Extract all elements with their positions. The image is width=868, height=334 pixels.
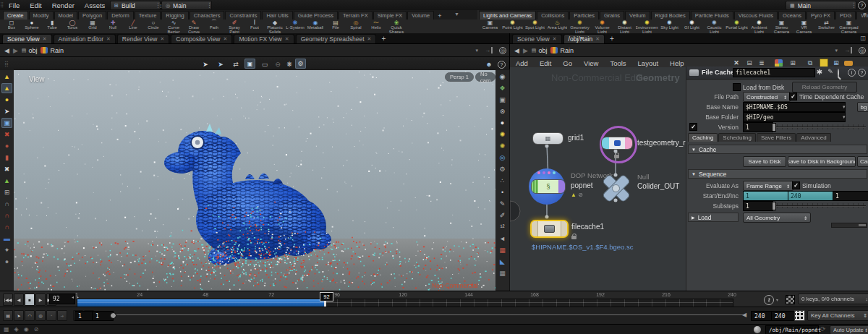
- net-menu-edit[interactable]: Edit: [534, 59, 557, 67]
- tools-wrench-icon[interactable]: ✕: [731, 59, 741, 67]
- menu-file[interactable]: File: [4, 0, 25, 10]
- close-tab-icon[interactable]: ✕: [285, 36, 289, 42]
- viewport-left-tool-icon-1[interactable]: ▲: [1, 72, 12, 82]
- persp-camera-pill[interactable]: Persp 1: [445, 72, 474, 82]
- network-dot-icon[interactable]: [844, 61, 853, 66]
- shelf-tool-spot-light[interactable]: ✺Spot Light: [524, 20, 546, 33]
- status-grid-icon[interactable]: ▦: [4, 326, 9, 333]
- viewport-right-tool-icon-13[interactable]: ✐: [497, 210, 508, 220]
- viewport-left-tool-icon-7[interactable]: ●: [1, 141, 12, 151]
- param-search-icon[interactable]: [838, 69, 839, 77]
- frame-dec-icon[interactable]: ◂: [70, 294, 75, 299]
- add-pane-tab-icon[interactable]: +: [378, 35, 389, 43]
- playhead-flag[interactable]: 92: [320, 292, 333, 301]
- color-palette-icon[interactable]: [775, 59, 783, 67]
- testgeometry-flag-right[interactable]: [625, 137, 632, 149]
- save-to-disk-button[interactable]: Save to Disk: [743, 156, 786, 167]
- range-end-field[interactable]: 240: [788, 191, 835, 201]
- net-menu-tools[interactable]: Tools: [604, 59, 631, 67]
- base-name-field[interactable]: $HIPNAME.$OS: [743, 102, 846, 112]
- shelf-tool-torus[interactable]: ◯Torus: [62, 20, 82, 33]
- viewport-left-tool-icon-15[interactable]: ▬: [1, 234, 12, 244]
- shelf-tool-l-system[interactable]: ❋L-System: [285, 20, 305, 33]
- keyframe-icon[interactable]: ⚷: [764, 295, 774, 305]
- snap-options-icon[interactable]: ❋: [284, 61, 295, 68]
- shelf-tool-distant-light[interactable]: ✺Distant Light: [613, 20, 636, 33]
- sequence-section-bar[interactable]: ▼Sequence: [688, 169, 867, 179]
- lasso-select-icon[interactable]: ➤: [215, 61, 226, 68]
- param-tab-caching[interactable]: Caching: [688, 133, 718, 142]
- shelf-tab-particle-fluids[interactable]: Particle Fluids: [691, 11, 733, 20]
- popnet-flag-right[interactable]: [558, 180, 565, 193]
- shelf-tool-curve-bezier[interactable]: ∿Curve Bezier: [163, 20, 184, 33]
- shelf-tool-null[interactable]: ✛Null: [103, 20, 123, 33]
- shelf-tool-geometry-light[interactable]: ✺Geometry Light: [569, 20, 591, 33]
- viewport-left-tool-icon-17[interactable]: ●: [1, 257, 12, 267]
- cache-section-bar[interactable]: ▼Cache: [688, 145, 867, 154]
- playhead-stem[interactable]: [324, 301, 326, 307]
- substeps-slider[interactable]: [772, 201, 866, 210]
- viewport-right-tool-icon-11[interactable]: •: [497, 187, 508, 197]
- help-icon[interactable]: ?: [858, 1, 866, 9]
- time-dependent-checkbox[interactable]: ✓: [789, 93, 797, 100]
- memory-sphere-icon[interactable]: [754, 326, 761, 333]
- viewport-right-tool-icon-6[interactable]: ✺: [497, 129, 508, 140]
- shelf-tab-simple-fx[interactable]: Simple FX: [373, 11, 407, 20]
- close-tab-icon[interactable]: ✕: [43, 36, 47, 42]
- shelf-tab-rigging[interactable]: Rigging: [161, 11, 188, 20]
- selection-mode-icon[interactable]: ▣: [244, 59, 255, 69]
- network-grip[interactable]: [510, 201, 520, 221]
- back-icon[interactable]: ◀: [4, 47, 9, 54]
- node-grid1[interactable]: ▦: [532, 132, 563, 145]
- param-tab-save-filters[interactable]: Save Filters: [757, 133, 796, 142]
- update-mode-dropdown[interactable]: Auto Update⇕: [830, 325, 868, 334]
- shelf-tab-pyro-fx[interactable]: Pyro FX: [807, 11, 835, 20]
- shelf-tool-sky-light[interactable]: ✺Sky Light: [658, 20, 681, 33]
- viewport-left-tool-icon-14[interactable]: ∩: [1, 222, 12, 232]
- viewport-help-icon[interactable]: ?: [498, 61, 506, 69]
- take-menu-dots[interactable]: ⋮: [206, 1, 213, 9]
- range-start-field[interactable]: 1: [743, 191, 791, 201]
- shelf-tab-grains[interactable]: Grains: [600, 11, 624, 20]
- param-tab-advanced[interactable]: Advanced: [796, 133, 831, 142]
- shelf-tool-vr-camera[interactable]: ▣VR Camera: [793, 20, 815, 33]
- shelf-tab-rigid-bodies[interactable]: Rigid Bodies: [651, 11, 690, 20]
- filecache-flag-right[interactable]: [561, 221, 567, 236]
- range-slider-right-handle[interactable]: ◀: [742, 312, 746, 318]
- keys-info-dropdown[interactable]: 0 keys, 0/0 channels↓: [798, 294, 868, 304]
- simulation-checkbox[interactable]: ✓: [792, 181, 800, 189]
- viewport-3d[interactable]: View Persp 1 No cam Non-Commercial Editi…: [14, 70, 495, 291]
- popnet-flag-left[interactable]: [532, 180, 538, 193]
- shelf-tool-portal-light[interactable]: ✺Portal Light: [726, 20, 748, 33]
- shelf-tool-box[interactable]: ◻Box: [1, 20, 22, 33]
- cancel-button[interactable]: Cancel: [857, 156, 868, 167]
- shelf-tab-terrain-fx[interactable]: Terrain FX: [339, 11, 373, 20]
- net-menu-go[interactable]: Go: [557, 59, 578, 67]
- shelf-tool-tube[interactable]: ▮Tube: [42, 20, 62, 33]
- loop-mode-icon[interactable]: ◎: [35, 310, 46, 321]
- follow-playhead-icon[interactable]: ▤: [3, 310, 13, 321]
- viewport-left-tool-icon-8[interactable]: ▮: [1, 153, 12, 163]
- timeline-ruler[interactable]: 124487296120144168192216240: [77, 292, 732, 299]
- desktop-right-dots[interactable]: ⋮: [851, 1, 857, 9]
- shelf-tool-sphere[interactable]: ●Sphere: [22, 20, 42, 33]
- pane-tab-animation-editor[interactable]: Animation Editor✕: [54, 34, 116, 43]
- global-end-field[interactable]: 240: [771, 311, 796, 321]
- close-tab-icon[interactable]: ✕: [224, 36, 228, 42]
- desktop-selector[interactable]: ⊞ Build: [110, 1, 161, 10]
- shelf-tool-environment-light[interactable]: ✺Environment Light: [636, 20, 658, 33]
- shelf-tool-platonic-solids[interactable]: ◆Platonic Solids: [265, 20, 285, 33]
- characters-icon[interactable]: ☻: [483, 61, 495, 68]
- close-tab-icon[interactable]: ✕: [160, 36, 164, 42]
- no-cam-pill[interactable]: No cam: [475, 72, 495, 82]
- shelf-tool-caustic-light[interactable]: ✺Caustic Light: [703, 20, 726, 33]
- shelf-left-overflow-icon[interactable]: ▼: [454, 12, 459, 17]
- shelf-tool-circle[interactable]: ○Circle: [143, 20, 163, 33]
- range-slider-track[interactable]: [111, 314, 746, 315]
- pane-tab-render-view[interactable]: Render View✕: [117, 34, 169, 43]
- pane-tab-composite-view[interactable]: Composite View✕: [171, 34, 232, 43]
- testgeometry-flag-left[interactable]: [602, 137, 609, 149]
- select-tool-icon[interactable]: ➤: [200, 61, 211, 68]
- channels-icon[interactable]: [786, 295, 795, 304]
- viewport-right-tool-icon-16[interactable]: ▦: [497, 245, 508, 255]
